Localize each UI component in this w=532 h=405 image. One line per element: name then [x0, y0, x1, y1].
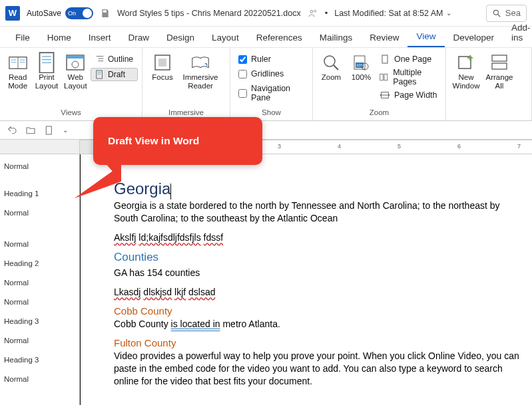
autosave-toggle[interactable]: On [65, 7, 93, 19]
style-area-pane: Normal Heading 1 Normal Normal Heading 2… [0, 154, 80, 405]
gridlines-checkbox-input[interactable] [238, 70, 247, 78]
focus-icon [153, 53, 172, 72]
web-layout-button[interactable]: Web Layout [62, 51, 89, 90]
draft-view-button[interactable]: Draft [91, 68, 138, 81]
ruler-gutter [0, 140, 80, 154]
tab-mailings[interactable]: Mailings [311, 28, 362, 47]
callout-text: Draft View in Word [108, 135, 199, 147]
group-label-zoom: Zoom [317, 108, 441, 120]
tab-design[interactable]: Design [158, 28, 203, 47]
zoom-button[interactable]: Zoom [317, 51, 346, 82]
outline-icon [95, 55, 105, 64]
zoom-100-button[interactable]: 100 100% [347, 51, 376, 82]
tab-layout[interactable]: Layout [203, 28, 248, 47]
search-icon [492, 9, 501, 18]
para-counties: GA has 154 counties [114, 267, 524, 279]
tab-developer[interactable]: Developer [445, 28, 503, 47]
svg-point-0 [310, 10, 313, 13]
tab-file[interactable]: File [7, 28, 39, 47]
para-georgia: Georgia is a state bordered to the north… [114, 200, 524, 225]
ribbon-group-views: Read Mode Print Layout Web Layout Outlin… [0, 48, 142, 120]
focus-button[interactable]: Focus [146, 51, 178, 82]
share-people-icon[interactable] [308, 8, 318, 19]
tab-review[interactable]: Review [361, 28, 407, 47]
tab-insert[interactable]: Insert [80, 28, 120, 47]
gridlines-checkbox[interactable]: Gridlines [238, 69, 284, 78]
tab-view[interactable]: View [407, 27, 444, 47]
ruler-checkbox-input[interactable] [238, 55, 247, 64]
read-mode-icon [9, 53, 27, 72]
svg-line-3 [498, 14, 501, 17]
ruler-checkbox[interactable]: Ruler [238, 55, 271, 64]
one-page-button[interactable]: One Page [380, 55, 441, 64]
svg-point-2 [493, 10, 498, 15]
svg-rect-15 [67, 55, 84, 59]
callout-tail-icon [75, 145, 121, 205]
svg-text:100: 100 [356, 63, 364, 67]
text-cursor [170, 184, 171, 200]
arrange-all-icon [490, 53, 509, 72]
draft-icon [95, 70, 105, 79]
multiple-pages-button[interactable]: Multiple Pages [380, 68, 441, 86]
outline-view-button[interactable]: Outline [91, 53, 138, 66]
new-window-icon [457, 53, 475, 72]
tab-references[interactable]: References [248, 28, 311, 47]
svg-rect-39 [492, 55, 507, 61]
page-width-button[interactable]: Page Width [380, 90, 441, 100]
zoom-100-icon: 100 [352, 53, 370, 72]
last-modified-label[interactable]: Last Modified: Sat at 8:52 AM ⌄ [334, 9, 451, 18]
svg-rect-41 [46, 126, 51, 134]
immersive-reader-icon [191, 53, 210, 72]
ribbon-group-zoom: Zoom 100 100% One Page Multiple Pages Pa… [313, 48, 446, 120]
one-page-icon [380, 55, 390, 64]
qat-dropdown-icon[interactable]: ⌄ [63, 126, 68, 134]
title-bar: W AutoSave On Word Styles 5 tips - Chris… [0, 0, 532, 27]
quick-access-row: ⌄ [0, 121, 532, 140]
para-cobb: Cobb County is located in metro Atlanta. [114, 318, 524, 331]
document-page[interactable]: Georgia Georgia is a state bordered to t… [80, 154, 532, 405]
svg-point-25 [324, 56, 335, 67]
print-layout-icon [37, 53, 56, 72]
new-doc-icon[interactable] [44, 125, 55, 136]
undo-icon[interactable] [7, 125, 17, 136]
ribbon-tab-bar: File Home Insert Draw Design Layout Refe… [0, 27, 532, 48]
annotation-callout: Draft View in Word [93, 117, 262, 165]
svg-rect-33 [384, 74, 388, 80]
para-junk-1: Akslfj ld;kajfsdljfdsfjls fdssf [114, 231, 524, 244]
heading-cobb: Cobb County [114, 305, 524, 317]
multiple-pages-icon [380, 72, 389, 82]
new-window-button[interactable]: New Window [450, 51, 482, 90]
ribbon-group-show: Ruler Gridlines Navigation Pane Show [230, 48, 313, 120]
word-app-icon: W [5, 6, 20, 21]
style-row: Normal [0, 205, 79, 224]
autosave-label: AutoSave [27, 9, 61, 18]
chevron-down-icon: ⌄ [446, 9, 451, 17]
heading-fulton: Fulton County [114, 337, 524, 348]
tab-home[interactable]: Home [39, 28, 80, 47]
tab-addins[interactable]: Add-ins [503, 18, 532, 47]
navpane-checkbox[interactable]: Navigation Pane [238, 84, 308, 102]
svg-rect-31 [382, 55, 388, 63]
print-layout-button[interactable]: Print Layout [33, 51, 60, 90]
tab-draw[interactable]: Draw [120, 28, 158, 47]
heading-counties: Counties [114, 251, 524, 264]
save-icon[interactable] [100, 8, 111, 19]
heading-georgia: Georgia [114, 180, 170, 198]
style-row: Normal [0, 333, 79, 352]
svg-rect-32 [380, 74, 384, 80]
style-row: Normal [0, 294, 79, 313]
document-title: Word Styles 5 tips - Chris Menard 202205… [117, 9, 301, 18]
style-row: Normal [0, 275, 79, 294]
immersive-reader-button[interactable]: Immersive Reader [180, 51, 221, 90]
group-label-window [450, 108, 527, 120]
read-mode-button[interactable]: Read Mode [4, 51, 31, 90]
navpane-checkbox-input[interactable] [238, 89, 247, 98]
style-row: Heading 2 [0, 255, 79, 275]
zoom-icon [322, 53, 340, 72]
autosave-control[interactable]: AutoSave On [27, 7, 93, 19]
folder-icon[interactable] [25, 125, 36, 136]
para-junk-2: Lkasdj dlskjsd lkjf dslsad [114, 286, 524, 299]
para-fulton: Video provides a powerful way to help yo… [114, 350, 524, 388]
svg-rect-20 [97, 70, 103, 78]
arrange-all-button[interactable]: Arrange All [483, 51, 515, 90]
